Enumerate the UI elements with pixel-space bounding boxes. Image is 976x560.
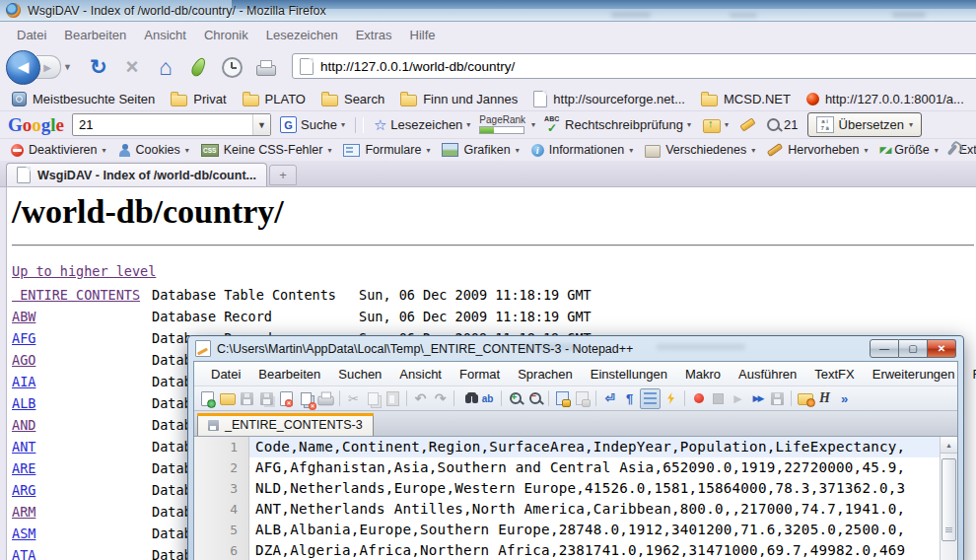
- back-button[interactable]: ◀: [6, 50, 40, 85]
- print-icon[interactable]: [316, 389, 335, 408]
- new-file-icon[interactable]: [198, 389, 217, 408]
- google-bookmarks-button[interactable]: ☆ Lesezeichen ▾: [371, 114, 473, 136]
- bookmark-item[interactable]: http://127.0.0.1:8001/a...: [801, 90, 970, 108]
- stop-button[interactable]: ×: [117, 52, 147, 82]
- firefox-titlebar[interactable]: WsgiDAV - Index of /world-db/country/ - …: [0, 0, 976, 22]
- notepad-menu-item[interactable]: Erweiterungen: [864, 365, 964, 384]
- devbar-item[interactable]: Verschiedenes ▾: [640, 142, 760, 159]
- save-all-icon[interactable]: [257, 389, 276, 408]
- record-macro-icon[interactable]: [689, 389, 708, 408]
- bookmark-item[interactable]: MCSD.NET: [695, 89, 797, 108]
- close-all-icon[interactable]: [297, 389, 315, 408]
- devbar-item[interactable]: Cookies ▾: [113, 142, 194, 158]
- notepad-menu-item[interactable]: TextFX: [805, 365, 863, 384]
- notepad-menu-item[interactable]: Format: [451, 365, 509, 384]
- code-line[interactable]: NLD,Netherlands,Europe,Western Europe,41…: [249, 478, 940, 499]
- indent-guide-icon[interactable]: [640, 388, 661, 409]
- devbar-item[interactable]: Formulare ▾: [338, 142, 435, 158]
- search-dropdown-icon[interactable]: ▼: [252, 114, 270, 135]
- notepad-menu-item[interactable]: Ausführen: [730, 365, 805, 384]
- separator[interactable]: [684, 390, 685, 406]
- notepad-menu-item[interactable]: Suchen: [329, 365, 390, 384]
- print-button[interactable]: [251, 52, 281, 82]
- separator[interactable]: [406, 390, 407, 406]
- translate-button[interactable]: Übersetzen ▾: [807, 112, 923, 137]
- code-line[interactable]: ANT,Netherlands Antilles,North America,C…: [249, 499, 940, 520]
- notepad-tab[interactable]: _ENTIRE_CONTENTS-3: [197, 413, 374, 436]
- function-hint-icon[interactable]: [662, 389, 680, 408]
- notepad-menu-item[interactable]: Fenster: [964, 365, 976, 384]
- devbar-item[interactable]: Keine CSS-Fehler ▾: [196, 142, 337, 158]
- toolbar-overflow-icon[interactable]: [835, 389, 854, 408]
- separator[interactable]: [791, 390, 792, 406]
- url-bar[interactable]: http://127.0.0.1/world-db/country/: [292, 53, 976, 79]
- separator[interactable]: [501, 390, 502, 406]
- reload-button[interactable]: ↻: [84, 52, 113, 82]
- bookmark-item[interactable]: Search: [315, 89, 390, 108]
- maximize-button[interactable]: ▢: [899, 339, 928, 358]
- notepad-menu-item[interactable]: Makro: [676, 365, 730, 384]
- history-dropdown-icon[interactable]: ▼: [63, 62, 72, 72]
- record-link[interactable]: ENTIRE CONTENTS: [12, 287, 140, 303]
- record-link[interactable]: ASM: [12, 525, 35, 541]
- code-line[interactable]: DZA,Algeria,Africa,Northern Africa,23817…: [249, 540, 940, 560]
- copy-icon[interactable]: [364, 389, 383, 408]
- up-to-higher-level-link[interactable]: Up to higher level: [12, 263, 156, 279]
- close-button[interactable]: ✕: [928, 339, 956, 358]
- devbar-item[interactable]: Extras ▾: [945, 142, 976, 158]
- history-clock-button[interactable]: [218, 52, 247, 82]
- tab-wsgidav[interactable]: WsgiDAV - Index of /world-db/count...: [6, 163, 267, 186]
- scroll-up-icon[interactable]: ▲: [941, 437, 957, 454]
- stop-macro-icon[interactable]: [709, 389, 728, 408]
- menu-item[interactable]: Bearbeiten: [55, 25, 135, 45]
- separator[interactable]: [339, 390, 340, 406]
- editor-text-area[interactable]: Code,Name,Continent,Region,SurfaceArea,I…: [249, 437, 940, 560]
- devbar-item[interactable]: Deaktivieren ▾: [6, 142, 111, 158]
- find-icon[interactable]: [458, 389, 477, 408]
- google-search-button[interactable]: G Suche ▾: [277, 114, 348, 135]
- code-line[interactable]: ALB,Albania,Europe,Southern Europe,28748…: [249, 520, 940, 540]
- zoom-in-icon[interactable]: [506, 389, 524, 408]
- url-text[interactable]: http://127.0.0.1/world-db/country/: [320, 59, 515, 74]
- devbar-item[interactable]: Größe ▾: [874, 142, 942, 158]
- record-link[interactable]: ANT: [12, 439, 35, 455]
- sync-horizontal-icon[interactable]: [573, 389, 592, 408]
- replace-icon[interactable]: [478, 389, 497, 408]
- bookmark-item[interactable]: Privat: [165, 89, 232, 108]
- scrollbar-thumb[interactable]: [941, 458, 956, 541]
- undo-icon[interactable]: [411, 389, 430, 408]
- paste-icon[interactable]: [383, 389, 402, 408]
- record-link[interactable]: ARM: [12, 504, 35, 520]
- highlighter-button[interactable]: [737, 119, 758, 130]
- vertical-scrollbar[interactable]: ▲: [940, 437, 957, 560]
- explorer-icon[interactable]: [796, 389, 814, 408]
- record-link[interactable]: AGO: [12, 352, 35, 368]
- devbar-item[interactable]: Informationen ▾: [526, 142, 638, 158]
- pagerank-widget[interactable]: PageRank: [479, 115, 525, 134]
- menu-item[interactable]: Ansicht: [135, 25, 195, 45]
- bookmark-item[interactable]: Finn und Jannes: [394, 89, 523, 108]
- spellcheck-button[interactable]: ABC✓ Rechtschreibprüfung ▾: [541, 115, 694, 134]
- google-search-value[interactable]: 21: [73, 117, 252, 132]
- word-wrap-icon[interactable]: [600, 389, 619, 408]
- code-line[interactable]: Code,Name,Continent,Region,SurfaceArea,I…: [249, 437, 940, 457]
- save-macro-icon[interactable]: [768, 389, 787, 408]
- menu-item[interactable]: Extras: [347, 25, 401, 45]
- record-link[interactable]: ALB: [12, 395, 35, 411]
- redo-icon[interactable]: [431, 389, 450, 408]
- google-search-box[interactable]: 21 ▼: [72, 113, 271, 136]
- pagerank-dropdown-icon[interactable]: ▾: [531, 120, 535, 129]
- notepad-menu-item[interactable]: Einstellungen: [582, 365, 676, 384]
- code-line[interactable]: AFG,Afghanistan,Asia,Southern and Centra…: [249, 457, 940, 478]
- menu-item[interactable]: Lesezeichen: [257, 25, 347, 45]
- notepad-menu-item[interactable]: Ansicht: [390, 365, 451, 384]
- record-link[interactable]: AIA: [12, 374, 35, 389]
- close-file-icon[interactable]: [277, 389, 296, 408]
- devbar-item[interactable]: Grafiken ▾: [437, 142, 523, 158]
- word-find-button[interactable]: 21: [764, 115, 801, 134]
- h-plugin-icon[interactable]: [815, 389, 834, 408]
- show-symbols-icon[interactable]: [620, 389, 639, 408]
- run-macro-multi-icon[interactable]: [748, 389, 767, 408]
- new-tab-button[interactable]: +: [269, 165, 297, 185]
- bookmark-item[interactable]: Meistbesuchte Seiten: [6, 90, 161, 108]
